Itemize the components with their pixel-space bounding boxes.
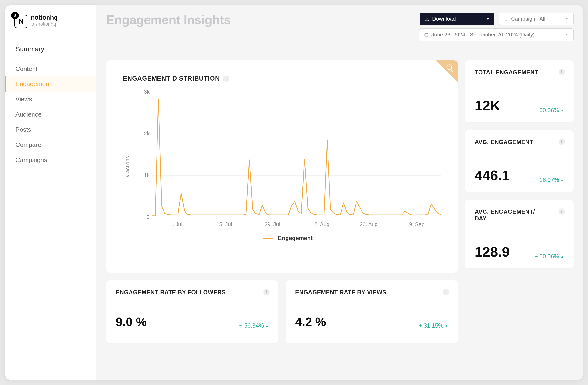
profile-block: N notionhq /notionhq [5, 13, 96, 35]
gridline [152, 217, 441, 217]
metric-value: 12K [475, 97, 500, 114]
main-content: Engagement Insights Download ▼ Campaign … [96, 5, 583, 380]
metric-body: 12K+ 60.06% ▲ [475, 97, 564, 114]
sidebar-item-compare[interactable]: Compare [5, 137, 96, 152]
chart-title: ENGAGEMENT DISTRIBUTION i [123, 75, 441, 82]
right-metrics-column: TOTAL ENGAGEMENTi12K+ 60.06% ▲AVG. ENGAG… [465, 60, 573, 268]
x-tick: 12. Aug [296, 221, 345, 228]
metric-value: 446.1 [475, 167, 510, 183]
metric-body: 446.1+ 16.97% ▲ [475, 167, 564, 183]
caret-down-icon: ▼ [565, 33, 568, 37]
date-range-picker[interactable]: June 23, 2024 - September 20, 2024 (Dail… [419, 28, 573, 41]
download-button[interactable]: Download ▼ [420, 13, 494, 25]
chart-legend: Engagement [135, 235, 441, 241]
campaign-label: Campaign · All [511, 16, 545, 22]
metric-value: 4.2 % [295, 315, 326, 329]
chart-plot[interactable]: 01k2k3k [135, 92, 441, 217]
svg-rect-0 [425, 34, 428, 36]
legend-swatch [263, 238, 273, 239]
caret-down-icon: ▼ [565, 17, 568, 21]
info-icon[interactable]: i [559, 69, 565, 75]
chart-area: # actions 01k2k3k 1. Jul15. Jul29. Jul12… [123, 92, 441, 241]
y-tick: 1k [135, 172, 149, 178]
trend-up-icon: ▲ [561, 108, 564, 112]
sidebar-item-summary[interactable]: Summary [5, 41, 96, 61]
metric-value: 128.9 [475, 244, 510, 260]
x-tick: 26. Aug [345, 221, 393, 228]
info-icon[interactable]: i [559, 139, 565, 145]
trend-up-icon: ▲ [265, 324, 269, 328]
zoom-button[interactable] [446, 64, 454, 73]
tiktok-badge-icon [11, 12, 19, 19]
metric-card-right-1: AVG. ENGAGEMENTi446.1+ 16.97% ▲ [465, 130, 573, 192]
sidebar: N notionhq /notionhq SummaryContentEngag… [5, 5, 96, 380]
sidebar-item-engagement[interactable]: Engagement [5, 76, 96, 92]
metric-delta: + 31.15% ▲ [419, 322, 448, 329]
bookmark-icon [504, 17, 508, 21]
trend-up-icon: ▲ [561, 255, 564, 258]
date-label: June 23, 2024 - September 20, 2024 (Dail… [431, 32, 535, 38]
x-axis-ticks: 1. Jul15. Jul29. Jul12. Aug26. Aug9. Sep [152, 221, 441, 228]
metric-delta: + 56.84% ▲ [239, 322, 269, 329]
metric-delta: + 60.06% ▲ [534, 253, 564, 260]
info-icon[interactable]: i [559, 208, 565, 215]
download-label: Download [432, 16, 456, 22]
y-axis-label: # actions [123, 92, 131, 241]
profile-handle-text: /notionhq [36, 21, 56, 27]
chart-title-text: ENGAGEMENT DISTRIBUTION [123, 75, 220, 82]
metric-title: ENGAGEMENT RATE BY FOLLOWERS [116, 289, 238, 296]
metric-title: TOTAL ENGAGEMENT [475, 69, 546, 76]
y-tick: 0 [135, 214, 149, 220]
left-column: ENGAGEMENT DISTRIBUTION i # actions 01k2… [106, 60, 458, 343]
metric-title: ENGAGEMENT RATE BY VIEWS [295, 289, 418, 296]
info-icon[interactable]: i [223, 76, 229, 82]
engagement-distribution-card: ENGAGEMENT DISTRIBUTION i # actions 01k2… [106, 60, 458, 273]
x-tick: 1. Jul [152, 221, 200, 228]
metric-delta: + 60.06% ▲ [534, 107, 564, 114]
campaign-filter[interactable]: Campaign · All ▼ [499, 13, 573, 25]
metric-body: 9.0 %+ 56.84% ▲ [116, 315, 269, 329]
content-grid: ENGAGEMENT DISTRIBUTION i # actions 01k2… [106, 60, 573, 343]
page-title: Engagement Insights [106, 13, 231, 27]
sidebar-item-campaigns[interactable]: Campaigns [5, 152, 96, 168]
metric-title: AVG. ENGAGEMENT/ DAY [475, 208, 546, 222]
sidebar-item-views[interactable]: Views [5, 92, 96, 107]
trend-up-icon: ▲ [445, 324, 448, 328]
metric-body: 4.2 %+ 31.15% ▲ [295, 315, 448, 329]
caret-down-icon: ▼ [486, 17, 490, 21]
download-icon [424, 16, 429, 21]
x-tick: 9. Sep [393, 221, 441, 228]
sidebar-item-content[interactable]: Content [5, 61, 96, 76]
topbar: Engagement Insights Download ▼ Campaign … [106, 13, 573, 41]
info-icon[interactable]: i [443, 289, 449, 295]
metric-value: 9.0 % [116, 315, 147, 329]
app-frame: N notionhq /notionhq SummaryContentEngag… [5, 5, 583, 380]
avatar: N [12, 13, 27, 28]
metric-body: 128.9+ 60.06% ▲ [475, 244, 564, 260]
legend-label: Engagement [278, 235, 313, 241]
metric-card-right-0: TOTAL ENGAGEMENTi12K+ 60.06% ▲ [465, 60, 573, 122]
top-controls: Download ▼ Campaign · All ▼ June 23, 202… [419, 13, 573, 41]
tiktok-small-icon [31, 22, 35, 26]
calendar-icon [424, 33, 429, 37]
x-tick: 29. Jul [248, 221, 296, 228]
profile-text: notionhq /notionhq [31, 14, 58, 27]
chart-line [152, 92, 441, 217]
profile-name: notionhq [31, 14, 58, 21]
metric-card-bottom-1: ENGAGEMENT RATE BY VIEWSi4.2 %+ 31.15% ▲ [286, 280, 458, 343]
info-icon[interactable]: i [263, 289, 270, 295]
metric-delta: + 16.97% ▲ [534, 177, 564, 183]
metric-card-bottom-0: ENGAGEMENT RATE BY FOLLOWERSi9.0 %+ 56.8… [106, 280, 278, 343]
y-tick: 3k [135, 89, 149, 95]
y-tick: 2k [135, 130, 149, 137]
profile-handle: /notionhq [31, 21, 58, 27]
metric-title: AVG. ENGAGEMENT [475, 139, 546, 146]
sidebar-item-posts[interactable]: Posts [5, 122, 96, 137]
magnify-icon [446, 64, 454, 72]
bottom-metrics-row: ENGAGEMENT RATE BY FOLLOWERSi9.0 %+ 56.8… [106, 280, 458, 343]
sidebar-item-audience[interactable]: Audience [5, 107, 96, 122]
trend-up-icon: ▲ [561, 178, 564, 182]
sidebar-nav: SummaryContentEngagementViewsAudiencePos… [5, 35, 96, 168]
x-tick: 15. Jul [200, 221, 248, 228]
metric-card-right-2: AVG. ENGAGEMENT/ DAYi128.9+ 60.06% ▲ [465, 200, 573, 268]
